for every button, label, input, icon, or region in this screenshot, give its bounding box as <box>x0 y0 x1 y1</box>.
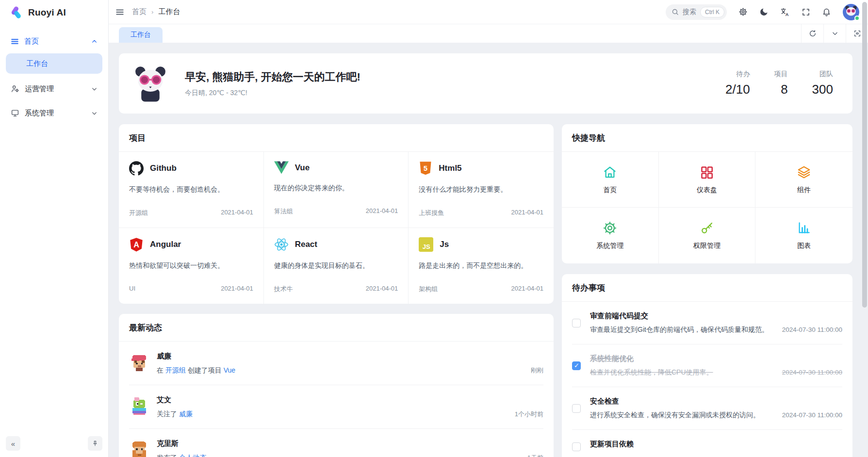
todo-description: 审查最近提交到Git仓库的前端代码，确保代码质量和规范。 <box>590 326 769 334</box>
refresh-icon <box>809 30 817 37</box>
breadcrumb-separator-icon: › <box>151 8 153 16</box>
todo-date: 2024-07-30 11:00:00 <box>782 411 842 419</box>
sidebar-footer: « <box>0 434 108 457</box>
vue-logo-icon <box>274 161 289 174</box>
settings-button[interactable] <box>738 7 748 16</box>
todo-list: 审查前端代码提交 审查最近提交到Git仓库的前端代码，确保代码质量和规范。 20… <box>562 302 852 457</box>
breadcrumb-current: 工作台 <box>158 7 180 16</box>
header-actions: 搜索 Ctrl K A <box>666 4 859 20</box>
search-icon <box>671 8 679 16</box>
quick-nav-item[interactable]: 组件 <box>755 152 852 208</box>
quick-nav-item[interactable]: 仪表盘 <box>659 152 756 208</box>
project-card[interactable]: Github 不要等待机会，而要创造机会。 开源组 2021-04-01 <box>119 152 264 228</box>
gear-icon <box>738 7 748 16</box>
sidebar-item-operations[interactable]: 运营管理 <box>6 80 102 98</box>
todo-title: 审查前端代码提交 <box>590 311 842 321</box>
project-description: 路是走出来的，而不是空想出来的。 <box>419 261 543 270</box>
sidebar-collapse-button[interactable]: « <box>6 436 20 451</box>
breadcrumb-home[interactable]: 首页 <box>132 7 147 16</box>
stat-value: 300 <box>812 82 833 97</box>
search-placeholder: 搜索 <box>683 8 696 16</box>
tab-label: 工作台 <box>131 31 151 39</box>
quick-nav-label: 权限管理 <box>693 242 721 250</box>
todo-checkbox[interactable] <box>572 319 581 327</box>
activity-time: 1个小时前 <box>515 410 543 419</box>
quick-nav-item[interactable]: 首页 <box>562 152 659 208</box>
search-input[interactable]: 搜索 Ctrl K <box>666 4 727 20</box>
sidebar-pin-button[interactable] <box>88 436 102 451</box>
quick-nav-grid: 首页 仪表盘 组件 系统管理 权限管理 图表 <box>562 152 852 263</box>
todo-item: 审查前端代码提交 审查最近提交到Git仓库的前端代码，确保代码质量和规范。 20… <box>572 302 842 344</box>
project-date: 2021-04-01 <box>366 285 398 294</box>
projects-panel-title: 项目 <box>119 124 554 152</box>
bar-chart-icon <box>797 221 811 235</box>
project-card[interactable]: React 健康的身体是实现目标的基石。 技术牛 2021-04-01 <box>264 228 409 304</box>
project-name: Github <box>150 163 177 173</box>
activity-link[interactable]: 威廉 <box>179 410 193 418</box>
project-logo-slot: JS <box>419 237 433 252</box>
welcome-card: 早安, 熊猫助手, 开始您一天的工作吧! 今日晴, 20℃ - 32℃! 待办 … <box>119 53 852 114</box>
activity-link[interactable]: Vue <box>224 366 235 374</box>
quick-nav-item[interactable]: 权限管理 <box>659 208 756 263</box>
stat-value: 8 <box>774 82 788 97</box>
todo-date: 2024-07-30 11:00:00 <box>782 326 842 333</box>
sidebar-item-system[interactable]: 系统管理 <box>6 104 102 122</box>
project-card[interactable]: 5 Html5 没有什么才能比努力更重要。 上班摸鱼 2021-04-01 <box>409 152 554 228</box>
project-logo-slot <box>274 161 289 174</box>
stat-label: 待办 <box>725 70 750 79</box>
project-description: 热情和欲望可以突破一切难关。 <box>129 261 253 270</box>
activity-user-name: 威廉 <box>157 352 543 361</box>
svg-text:5: 5 <box>424 164 427 172</box>
tab-bar: 工作台 <box>109 24 868 43</box>
panda-avatar-icon <box>129 62 172 105</box>
chevron-down-icon <box>832 30 838 37</box>
angular-logo-icon: A <box>129 237 144 252</box>
activity-link[interactable]: 个人动态 <box>179 454 206 457</box>
language-button[interactable]: A <box>780 7 790 17</box>
tab-workbench[interactable]: 工作台 <box>119 27 163 43</box>
sidebar-item-label: 系统管理 <box>25 109 54 118</box>
app-logo: Ruoyi AI <box>0 0 108 25</box>
project-card[interactable]: JS Js 路是走出来的，而不是空想出来的。 架构组 2021-04-01 <box>409 228 554 304</box>
fullscreen-button[interactable] <box>802 8 810 16</box>
user-avatar[interactable] <box>843 4 859 20</box>
project-description: 没有什么才能比努力更重要。 <box>419 185 543 194</box>
hamburger-menu-icon[interactable] <box>115 8 124 16</box>
project-date: 2021-04-01 <box>511 285 543 294</box>
project-logo-slot: A <box>129 237 144 252</box>
pixel-avatar-william-icon <box>129 352 149 372</box>
menu-lines-icon <box>11 37 19 46</box>
chevron-up-icon <box>91 38 98 45</box>
quick-nav-label: 首页 <box>603 186 617 195</box>
activity-link[interactable]: 开源组 <box>165 366 186 374</box>
notifications-button[interactable] <box>822 7 831 16</box>
quick-nav-item[interactable]: 系统管理 <box>562 208 659 263</box>
activity-item: 克里斯 发布了 个人动态 1天前 <box>129 429 543 457</box>
project-logo-slot: 5 <box>419 161 432 176</box>
sidebar-item-workbench[interactable]: 工作台 <box>6 53 102 74</box>
projects-grid: Github 不要等待机会，而要创造机会。 开源组 2021-04-01 Vue… <box>119 152 554 304</box>
activity-text: 关注了 <box>157 410 179 418</box>
online-status-dot <box>854 16 860 21</box>
tab-menu-button[interactable] <box>823 24 846 43</box>
quick-nav-icon-slot <box>603 221 617 235</box>
dark-mode-button[interactable] <box>759 7 769 16</box>
project-card[interactable]: Vue 现在的你决定将来的你。 算法组 2021-04-01 <box>264 152 409 228</box>
activity-time: 1天前 <box>527 454 543 457</box>
sidebar-item-home[interactable]: 首页 <box>6 32 102 50</box>
todo-checkbox[interactable] <box>572 404 581 413</box>
svg-text:A: A <box>786 12 789 16</box>
todo-item: 安全检查 进行系统安全检查，确保没有安全漏洞或未授权的访问。 2024-07-3… <box>572 387 842 430</box>
quick-nav-item[interactable]: 图表 <box>755 208 852 263</box>
vertical-scrollbar[interactable] <box>862 2 867 308</box>
sidebar-item-label: 首页 <box>24 37 39 46</box>
todo-checkbox[interactable] <box>572 361 581 370</box>
pin-icon <box>92 440 98 447</box>
todo-title: 更新项目依赖 <box>590 440 842 449</box>
refresh-button[interactable] <box>801 24 823 43</box>
stat-todo: 待办 2/10 <box>725 70 750 97</box>
quick-nav-icon-slot <box>603 165 617 180</box>
todo-checkbox[interactable] <box>572 442 581 451</box>
project-group: UI <box>129 285 135 292</box>
project-card[interactable]: A Angular 热情和欲望可以突破一切难关。 UI 2021-04-01 <box>119 228 264 304</box>
